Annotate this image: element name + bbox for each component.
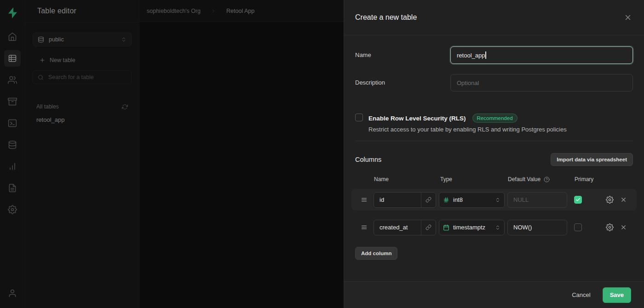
column-name-input[interactable]: created_at [374,220,436,235]
rls-label: Enable Row Level Security (RLS) [368,115,466,122]
text-caret [485,51,486,59]
rls-description: Restrict access to your table by enablin… [368,126,567,133]
drag-handle-icon[interactable] [361,224,368,231]
rls-checkbox[interactable] [355,114,363,121]
header-default-value: Default Value [508,176,540,183]
primary-checkbox-checked[interactable] [574,196,582,204]
remove-column-icon[interactable] [620,196,627,203]
recommended-badge: Recommended [472,114,518,123]
check-icon [575,197,581,202]
column-settings-gear-icon[interactable] [606,223,614,231]
foreign-key-link-icon[interactable] [421,220,436,235]
section-divider [355,141,633,141]
foreign-key-link-icon[interactable] [421,193,436,207]
column-settings-gear-icon[interactable] [606,196,614,204]
calendar-icon [443,224,449,231]
add-column-button[interactable]: Add column [355,247,397,260]
chevrons-up-down-icon [495,197,500,203]
name-label: Name [355,46,450,64]
primary-checkbox-unchecked[interactable] [574,223,582,231]
column-type-select[interactable]: int8 [439,192,505,208]
columns-header-row: Name Type Default Value Primary [355,176,633,183]
default-value-input[interactable] [507,220,567,235]
column-row-created-at: created_at timestamptz [355,217,633,238]
remove-column-icon[interactable] [620,224,627,231]
drag-handle-icon[interactable] [361,196,368,203]
supabase-dashboard: Table editor public New table Search for… [0,0,644,308]
close-icon[interactable] [624,13,632,22]
column-row-id: id int8 [351,189,637,211]
column-name-input[interactable]: id [374,192,436,208]
create-table-modal: Create a new table Name retool_app Descr… [344,0,644,308]
save-button[interactable]: Save [603,287,631,303]
column-type-select[interactable]: timestamptz [439,220,505,235]
hash-icon [443,197,449,203]
columns-heading: Columns [355,156,381,163]
default-value-input[interactable] [507,192,567,208]
header-name: Name [374,176,439,183]
modal-title: Create a new table [355,13,417,22]
import-spreadsheet-button[interactable]: Import data via spreadsheet [551,153,633,166]
table-name-value: retool_app [457,52,485,59]
description-label: Description [355,74,450,91]
cancel-button[interactable]: Cancel [572,291,590,298]
header-primary: Primary [575,176,593,183]
chevrons-up-down-icon [495,225,500,230]
header-type: Type [439,176,508,183]
table-name-input[interactable]: retool_app [450,46,633,64]
help-circle-icon[interactable] [544,177,550,183]
description-input[interactable] [450,74,633,91]
